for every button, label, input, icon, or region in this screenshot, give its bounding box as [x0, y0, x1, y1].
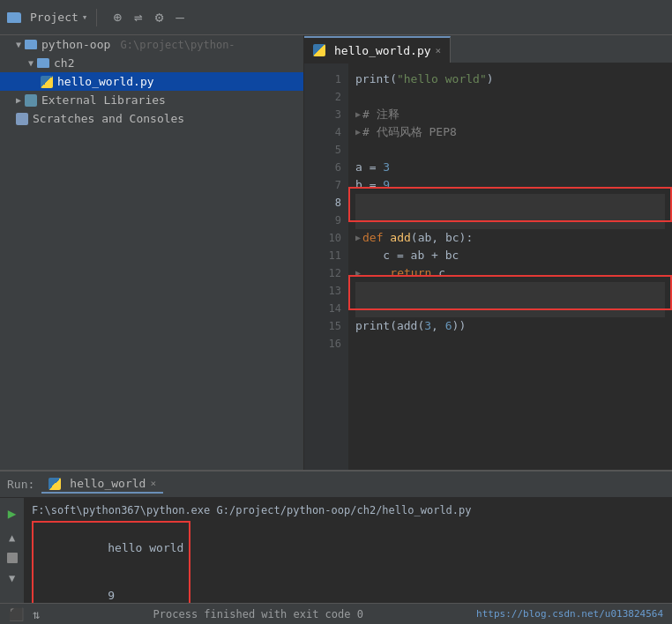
toolbar-project-label[interactable]: Project ▾ — [30, 11, 87, 24]
project-folder-icon — [7, 12, 21, 23]
output-hello-world: hello world — [108, 541, 183, 554]
line-num-4: 4 — [304, 123, 348, 141]
code-text-3: # 注释 — [362, 106, 399, 123]
sidebar-item-scratches[interactable]: Scratches and Consoles — [0, 109, 303, 128]
code-text-4: # 代码风格 PEP8 — [362, 123, 457, 141]
stop-button[interactable] — [7, 553, 18, 563]
play-button[interactable]: ▶ — [3, 503, 22, 523]
minimize-icon[interactable]: — — [175, 9, 184, 26]
code-line-14 — [355, 300, 665, 317]
line-num-5: 5 — [304, 141, 348, 159]
code-line-10: ▶ def add(ab, bc): — [355, 229, 665, 247]
code-text-11: c = ab + bc — [355, 247, 459, 264]
code-text-12-kw: return — [390, 264, 438, 282]
run-tab-label: hello_world — [70, 477, 146, 490]
main-area: ▼ python-oop G:\project\python- ▼ ch2 he… — [0, 35, 672, 470]
fold-icon-4[interactable]: ▶ — [355, 123, 361, 141]
tab-hello-world-py[interactable]: hello_world.py × — [304, 36, 451, 63]
code-text-15: print(add(3, 6)) — [355, 317, 466, 335]
sidebar-item-label-scratches: Scratches and Consoles — [33, 112, 184, 125]
code-content[interactable]: print("hello world") ▶ # 注释 ▶ # 代码风格 PEP… — [348, 63, 672, 470]
toolbar: Project ▾ ⊕ ⇌ ⚙ — — [0, 0, 672, 35]
folder-icon — [25, 40, 37, 49]
sidebar-item-hello-world-py[interactable]: hello_world.py — [0, 72, 303, 91]
line-num-1: 1 — [304, 71, 348, 88]
line-num-13: 13 — [304, 282, 348, 300]
code-line-15: print(add(3, 6)) — [355, 317, 665, 335]
code-editor[interactable]: 1 2 3 4 5 6 7 8 9 10 11 12 13 14 15 16 — [304, 63, 672, 470]
code-line-3: ▶ # 注释 — [355, 106, 665, 123]
terminal-icon[interactable]: ⬛ — [9, 607, 24, 621]
sidebar-item-external-libraries[interactable]: ▶ External Libraries — [0, 91, 303, 109]
output-line-2: 9 — [39, 572, 183, 603]
status-bar: ⬛ ⇅ Process finished with exit code 0 ht… — [0, 603, 672, 624]
line-num-10: 10 — [304, 229, 348, 247]
run-label: Run: — [7, 478, 34, 491]
sidebar-item-ch2[interactable]: ▼ ch2 — [0, 54, 303, 72]
csdn-link[interactable]: https://blog.csdn.net/u013824564 — [476, 608, 663, 620]
run-tab-close[interactable]: × — [150, 478, 156, 489]
fold-icon-12[interactable]: ▶ — [355, 264, 361, 282]
fold-icon-10[interactable]: ▶ — [355, 229, 361, 247]
scroll-down-button[interactable]: ▼ — [3, 568, 22, 588]
code-line-7: b = 9 — [355, 176, 665, 194]
sidebar-path: G:\project\python- — [114, 39, 235, 51]
sidebar-item-label-ext: External Libraries — [41, 93, 166, 107]
scroll-up-button[interactable]: ▲ — [3, 528, 22, 547]
line-num-8: 8 — [304, 194, 348, 212]
editor-section: hello_world.py × 1 2 3 4 5 6 7 8 9 10 11… — [304, 35, 672, 470]
line-num-16: 16 — [304, 335, 348, 353]
tab-close-button[interactable]: × — [436, 45, 442, 56]
output-nine: 9 — [108, 589, 115, 602]
process-status: Process finished with exit code 0 — [153, 608, 363, 620]
code-text-10-fn: add — [390, 229, 410, 247]
code-text-12-sp — [362, 264, 390, 282]
tab-label: hello_world.py — [334, 44, 431, 57]
line-num-3: 3 — [304, 106, 348, 123]
code-text-12-pl: c — [438, 264, 445, 282]
run-tab-bar: Run: hello_world × — [0, 472, 672, 498]
code-text-7: b = 9 — [355, 176, 390, 194]
dropdown-arrow[interactable]: ▾ — [82, 11, 88, 23]
run-tab-hello-world[interactable]: hello_world × — [41, 475, 163, 494]
line-num-15: 15 — [304, 317, 348, 335]
run-tab-python-icon — [49, 478, 61, 490]
code-line-12: ▶ return c — [355, 264, 665, 282]
line-num-9: 9 — [304, 212, 348, 229]
code-text: print("hello world") — [355, 71, 494, 88]
layout-icon[interactable]: ⇌ — [134, 9, 143, 26]
run-content: ▶ ▲ ▼ F:\soft\python367\python.exe G:/pr… — [0, 498, 672, 603]
expand-arrow: ▼ — [16, 40, 21, 49]
expand-arrow-ch2: ▼ — [28, 58, 34, 68]
scratches-icon — [16, 113, 28, 125]
line-num-11: 11 — [304, 247, 348, 264]
sidebar-item-label-ch2: ch2 — [54, 56, 74, 70]
toolbar-icons: ⊕ ⇌ ⚙ — — [113, 9, 184, 26]
expand-arrow-ext: ▶ — [16, 95, 21, 105]
globe-icon[interactable]: ⊕ — [113, 9, 122, 26]
code-line-9 — [355, 212, 665, 229]
line-num-14: 14 — [304, 300, 348, 317]
code-line-4: ▶ # 代码风格 PEP8 — [355, 123, 665, 141]
run-output[interactable]: F:\soft\python367\python.exe G:/project/… — [25, 498, 672, 603]
tab-python-icon — [313, 44, 325, 56]
sidebar: ▼ python-oop G:\project\python- ▼ ch2 he… — [0, 35, 304, 470]
code-line-1: print("hello world") — [355, 71, 665, 88]
output-highlight-block: hello world 9 — [32, 521, 190, 603]
layout-icon-bottom[interactable]: ⇅ — [33, 607, 40, 621]
python-file-icon — [41, 76, 53, 88]
code-line-11: c = ab + bc — [355, 247, 665, 264]
code-text-10-kw: def — [362, 229, 390, 247]
project-text: Project — [30, 11, 78, 24]
line-num-6: 6 — [304, 159, 348, 176]
code-line-13 — [355, 282, 665, 300]
fold-icon-3[interactable]: ▶ — [355, 106, 361, 123]
sidebar-item-python-oop[interactable]: ▼ python-oop G:\project\python- — [0, 35, 303, 54]
toolbar-separator — [96, 9, 97, 26]
gear-icon[interactable]: ⚙ — [155, 9, 164, 26]
code-text-6: a = 3 — [355, 159, 390, 176]
code-line-6: a = 3 — [355, 159, 665, 176]
bottom-panel: Run: hello_world × ▶ ▲ ▼ F:\soft\python3… — [0, 470, 672, 624]
run-path-text: F:\soft\python367\python.exe G:/project/… — [32, 504, 472, 516]
folder-icon-ch2 — [37, 58, 49, 68]
